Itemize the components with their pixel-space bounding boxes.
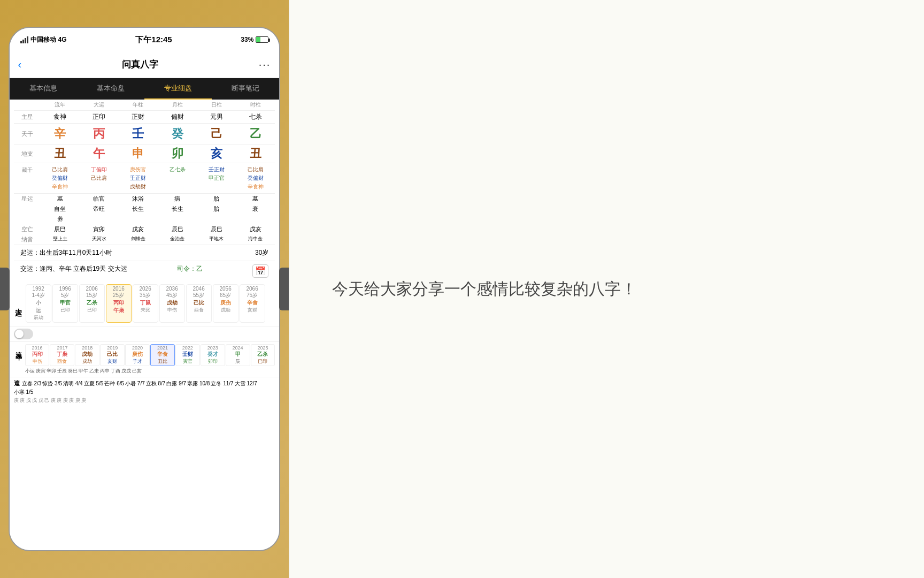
col-liuyear: 流年 (41, 101, 80, 109)
dizhi-2: 申 (119, 146, 158, 162)
qiyun-text: 起运：出生后3年11月0天11小时 (20, 248, 112, 257)
signal-bar-1 (20, 41, 22, 43)
col-yuezhu: 月柱 (158, 101, 197, 109)
liuyear-2025[interactable]: 2025 乙杀 已印 (251, 344, 275, 366)
back-button[interactable]: ‹ (18, 58, 22, 71)
liuyear-2018[interactable]: 2018 戊劫 戌劫 (75, 344, 99, 366)
canggan-row: 藏干 己比肩 癸偏财 辛食神 丁偏印 己比肩 (14, 165, 275, 191)
device-frame: 中国移动 4G 下午12:45 33% ‹ 问真八字 ··· (9, 27, 281, 551)
battery-fill (256, 37, 260, 42)
status-time: 下午12:45 (135, 35, 172, 45)
jiaoyun-text: 交运：逢丙、辛年 立春后19天 交大运 (20, 264, 127, 278)
dizhi-row: 地支 丑 午 申 卯 (14, 144, 275, 163)
xingyun-row-3: 养 (14, 214, 275, 224)
liuyear-section: 流年 2016 丙印 申伤 (10, 342, 280, 377)
kongwang-row: 空亡 辰巳 寅卯 戊亥 辰巳 辰巳 戊亥 (14, 224, 275, 234)
canggan-section: 藏干 己比肩 癸偏财 辛食神 丁偏印 己比肩 (14, 163, 275, 194)
column-header-row: 流年 大运 年柱 月柱 日柱 时柱 (14, 100, 275, 111)
tiangan-3: 癸 (158, 126, 197, 142)
liuyear-2022[interactable]: 2022 壬财 寅官 (175, 344, 200, 366)
status-bar: 中国移动 4G 下午12:45 33% (10, 28, 280, 51)
nayin-row: 纳音 壁上土 天河水 剑锋金 金泊金 平地木 海中金 (14, 234, 275, 245)
dayun-item-2016[interactable]: 2016 25岁 丙印 午枭 (106, 284, 132, 323)
liuyear-2019[interactable]: 2019 己比 亥财 (100, 344, 125, 366)
dayun-item-2036[interactable]: 2036 45岁 戊劫 申伤 (159, 284, 185, 323)
xingyun-section: 星运 墓 临官 沐浴 病 胎 墓 自坐 帝旺 (14, 194, 275, 245)
col-rizhu: 日柱 (197, 101, 236, 109)
dayun-item-2056[interactable]: 2056 65岁 庚伤 戌劫 (213, 284, 238, 323)
liuyear-2017[interactable]: 2017 丁枭 酉食 (50, 344, 74, 366)
xingyun-row-2: 自坐 帝旺 长生 长生 胎 衰 (14, 204, 275, 214)
left-volume-button (0, 268, 10, 310)
dayun-item-1992[interactable]: 1992 1-4岁 小 运 辰劫 (26, 284, 51, 323)
liuyear-content: 流年 2016 丙印 申伤 (14, 344, 275, 375)
signal-bar-4 (27, 36, 28, 43)
carrier-label: 中国移动 (30, 35, 56, 44)
zhuxing-6: 七杀 (236, 112, 275, 121)
toggle-row (10, 326, 280, 342)
canggan-0: 己比肩 癸偏财 辛食神 (41, 165, 80, 191)
phone-wrapper: 中国移动 4G 下午12:45 33% ‹ 问真八字 ··· (0, 0, 289, 578)
bazi-table: 流年 大运 年柱 月柱 日柱 时柱 主星 食神 正印 正财 (10, 100, 280, 281)
tiangan-0: 辛 (41, 126, 80, 142)
calendar-icon[interactable]: 📅 (252, 264, 268, 278)
dayun-item-2066[interactable]: 2066 75岁 辛食 亥财 (240, 284, 265, 323)
liuyear-label: 流年 (14, 344, 23, 351)
zhuxing-label: 主星 (14, 113, 41, 121)
status-right: 33% (241, 36, 268, 43)
status-left: 中国移动 4G (20, 35, 67, 44)
dizhi-0: 丑 (41, 146, 80, 162)
tab-basic-chart[interactable]: 基本命盘 (77, 78, 144, 100)
qiyun-info: 起运：出生后3年11月0天11小时 30岁 (14, 245, 275, 261)
battery-icon (256, 36, 268, 43)
qiyun-age: 30岁 (255, 248, 268, 257)
dizhi-5: 丑 (236, 146, 275, 162)
col-shizhu: 时柱 (236, 101, 275, 109)
dayun-item-2006[interactable]: 2006 15岁 乙杀 已印 (79, 284, 105, 323)
zhuxing-5: 元男 (197, 112, 236, 121)
canggan-5: 己比肩 癸偏财 辛食神 (236, 165, 275, 191)
col-dayun: 大运 (80, 101, 119, 109)
dizhi-4: 亥 (197, 146, 236, 162)
dayun-item-2026[interactable]: 2026 35岁 丁鼠 未比 (133, 284, 158, 323)
tab-basic-info[interactable]: 基本信息 (10, 78, 77, 100)
zhuxing-3: 正财 (119, 112, 158, 121)
right-power-button (279, 268, 289, 310)
col-nianzhu: 年柱 (119, 101, 158, 109)
canggan-1: 丁偏印 己比肩 (80, 165, 119, 182)
tiangan-row: 天干 辛 丙 壬 癸 (14, 124, 275, 144)
canggan-label: 藏干 (14, 165, 41, 174)
tiangan-5: 乙 (236, 126, 275, 142)
tab-bar: 基本信息 基本命盘 专业细盘 断事笔记 (10, 78, 280, 100)
dayun-scroll[interactable]: 1992 1-4岁 小 运 辰劫 1996 5岁 甲官 (26, 284, 275, 323)
tiangan-label: 天干 (14, 130, 41, 138)
liuyear-2023[interactable]: 2023 癸才 卯印 (201, 344, 225, 366)
dizhi-1: 午 (80, 146, 119, 162)
canggan-4: 壬正财 甲正官 (197, 165, 236, 182)
xingyun-row-1: 星运 墓 临官 沐浴 病 胎 墓 (14, 194, 275, 204)
toggle-switch[interactable] (14, 329, 33, 339)
liuyear-2020[interactable]: 2020 庚伤 子才 (125, 344, 150, 366)
zhuxing-1: 食神 (41, 112, 80, 121)
liuyear-grid: 2016 丙印 申伤 2017 丁枭 酉食 (25, 344, 275, 366)
dayun-item-2046[interactable]: 2046 55岁 己比 酉食 (186, 284, 212, 323)
liuyear-2016[interactable]: 2016 丙印 申伤 (25, 344, 50, 366)
nav-bar: ‹ 问真八字 ··· (10, 51, 280, 78)
siling-text: 司令：乙 (177, 264, 203, 278)
main-content: 流年 大运 年柱 月柱 日柱 时柱 主星 食神 正印 正财 (10, 100, 280, 550)
dayun-item-1996[interactable]: 1996 5岁 甲官 已印 (52, 284, 78, 323)
signal-bar-3 (25, 38, 26, 43)
zhuxing-4: 偏财 (158, 112, 197, 121)
liuyear-2021[interactable]: 2021 辛食 丑比 (150, 344, 175, 366)
tab-notes[interactable]: 断事笔记 (212, 78, 279, 100)
content-area: 中国移动 4G 下午12:45 33% ‹ 问真八字 ··· (0, 0, 924, 578)
tab-pro-chart[interactable]: 专业细盘 (144, 78, 212, 100)
zhuxing-2: 正印 (80, 112, 119, 121)
tiangan-1: 丙 (80, 126, 119, 142)
page-background: 中国移动 4G 下午12:45 33% ‹ 问真八字 ··· (0, 0, 924, 578)
battery-percent: 33% (241, 36, 253, 43)
liuyear-2024[interactable]: 2024 甲 辰 (226, 344, 250, 366)
more-button[interactable]: ··· (259, 58, 271, 71)
jieqi-subrow: 庚 庚 戊 戊 戊 己 庚 庚 庚 庚 庚 庚 (14, 396, 275, 404)
jiaoyun-info: 交运：逢丙、辛年 立春后19天 交大运 司令：乙 📅 (14, 261, 275, 281)
